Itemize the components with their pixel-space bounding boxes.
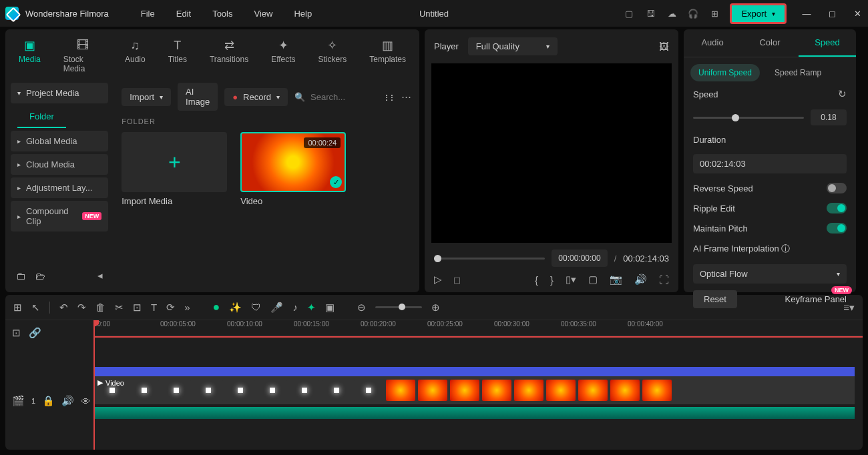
video-track-icon[interactable]: 🎬 xyxy=(12,395,25,407)
more-icon[interactable]: ⋯ xyxy=(401,91,411,103)
mute-icon[interactable]: 🔊 xyxy=(61,395,74,407)
grid-icon[interactable]: ⊞ xyxy=(13,302,22,314)
mark-out-icon[interactable]: } xyxy=(550,274,554,286)
sidebar-folder[interactable]: Folder xyxy=(17,106,66,128)
record-dropdown[interactable]: ●Record▾ xyxy=(224,88,288,106)
speed-value[interactable]: 0.18 xyxy=(811,109,847,125)
volume-icon[interactable]: 🔊 xyxy=(634,274,647,286)
headphones-icon[interactable]: 🎧 xyxy=(687,7,699,19)
menu-file[interactable]: File xyxy=(132,5,164,23)
tab-speed-props[interactable]: Speed xyxy=(799,29,856,57)
video-thumbnail[interactable]: 00:00:24 ✓ xyxy=(240,132,346,192)
cut-icon[interactable]: ✂ xyxy=(115,302,124,314)
tab-effects[interactable]: ✦Effects xyxy=(266,35,300,77)
zoom-slider[interactable] xyxy=(375,306,422,308)
tab-audio[interactable]: ♫Audio xyxy=(120,35,151,77)
reverse-speed-toggle[interactable] xyxy=(827,183,847,193)
tab-templates[interactable]: ▥Templates xyxy=(364,35,411,77)
maximize-button[interactable]: ◻ xyxy=(827,8,837,19)
tab-transitions[interactable]: ⇄Transitions xyxy=(204,35,254,77)
sidebar-global-media[interactable]: ▸Global Media xyxy=(11,131,108,151)
playhead[interactable] xyxy=(93,320,95,450)
subtab-speed-ramp[interactable]: Speed Ramp xyxy=(767,64,829,81)
lock-icon[interactable]: 🔒 xyxy=(42,395,55,407)
menu-tools[interactable]: Tools xyxy=(203,5,242,23)
folder-icon[interactable]: 🗁 xyxy=(35,270,45,282)
export-button[interactable]: Export ▾ xyxy=(730,3,787,24)
import-media-tile[interactable]: + xyxy=(122,132,227,192)
ai-image-button[interactable]: AI Image xyxy=(178,83,218,111)
scrub-bar[interactable] xyxy=(434,258,545,260)
timeline-ruler[interactable]: 00:00 00:00:05:00 00:00:10:00 00:00:15:0… xyxy=(93,320,863,336)
camera-icon[interactable]: 📷 xyxy=(610,274,622,286)
preview-canvas[interactable] xyxy=(431,63,672,243)
subtab-uniform-speed[interactable]: Uniform Speed xyxy=(690,64,760,81)
tab-media[interactable]: ▣Media xyxy=(13,35,46,77)
snapshot-icon[interactable]: 🖼 xyxy=(659,41,669,52)
speed-slider[interactable] xyxy=(693,117,804,119)
zoom-in-icon[interactable]: ⊕ xyxy=(431,302,440,314)
video-clip[interactable]: ▶ Video xyxy=(93,367,855,404)
fullscreen-icon[interactable]: ⛶ xyxy=(659,274,669,286)
info-icon[interactable]: ⓘ xyxy=(781,244,790,254)
tab-color-props[interactable]: Color xyxy=(741,29,799,57)
shield-icon[interactable]: 🛡 xyxy=(251,302,261,313)
sidebar-project-media[interactable]: ▾Project Media xyxy=(11,83,108,103)
cloud-icon[interactable]: ☁ xyxy=(666,7,678,19)
tab-audio-props[interactable]: Audio xyxy=(684,29,741,57)
close-button[interactable]: ✕ xyxy=(852,8,863,19)
reset-button[interactable]: Reset xyxy=(693,290,737,308)
text-icon[interactable]: T xyxy=(151,302,157,313)
keyframe-icon[interactable]: ▣ xyxy=(325,302,335,314)
visibility-icon[interactable]: 👁 xyxy=(81,396,91,407)
audio-waveform[interactable] xyxy=(93,407,855,419)
speed-icon[interactable]: ⟳ xyxy=(166,302,175,314)
zoom-out-icon[interactable]: ⊖ xyxy=(357,302,366,314)
delete-icon[interactable]: 🗑 xyxy=(95,302,105,313)
link-icon[interactable]: 🔗 xyxy=(29,327,41,339)
scrub-thumb[interactable] xyxy=(434,255,441,262)
mark-in-icon[interactable]: { xyxy=(535,274,538,286)
sparkle-icon[interactable]: ✨ xyxy=(229,302,242,314)
duration-input[interactable]: 00:02:14:03 xyxy=(693,154,847,173)
keyframe-panel-button[interactable]: NEW Keyframe Panel xyxy=(785,294,847,304)
new-folder-icon[interactable]: 🗀 xyxy=(16,270,26,282)
menu-view[interactable]: View xyxy=(244,5,282,23)
quality-dropdown[interactable]: Full Quality▾ xyxy=(468,37,558,55)
filter-icon[interactable]: ⫶⫶ xyxy=(384,91,395,103)
collapse-icon[interactable]: ◂ xyxy=(97,270,103,282)
sidebar-compound-clip[interactable]: ▸Compound ClipNEW xyxy=(11,201,108,232)
ai-icon[interactable]: ● xyxy=(213,300,220,314)
sidebar-adjustment-layer[interactable]: ▸Adjustment Lay... xyxy=(11,177,108,198)
apps-icon[interactable]: ⊞ xyxy=(708,7,720,19)
search-input[interactable] xyxy=(310,92,377,102)
tab-stock-media[interactable]: 🎞Stock Media xyxy=(58,35,107,77)
search-box[interactable]: 🔍 xyxy=(294,92,377,102)
maintain-pitch-toggle[interactable] xyxy=(827,223,847,234)
track-area[interactable]: ▶ Video xyxy=(93,336,863,450)
more-tools-icon[interactable]: » xyxy=(184,302,190,313)
display-icon[interactable]: ▢ xyxy=(588,274,598,286)
ai-interp-dropdown[interactable]: Optical Flow▾ xyxy=(693,264,847,284)
menu-help[interactable]: Help xyxy=(284,5,321,23)
cursor-icon[interactable]: ↖ xyxy=(31,302,40,314)
track-layout-icon[interactable]: ⊡ xyxy=(12,327,21,339)
marker-icon[interactable]: ✦ xyxy=(307,302,316,314)
minimize-button[interactable]: — xyxy=(801,8,812,19)
play-button[interactable]: ▷ xyxy=(434,274,442,286)
menu-edit[interactable]: Edit xyxy=(167,5,200,23)
stop-button[interactable]: □ xyxy=(454,274,460,286)
undo-icon[interactable]: ↶ xyxy=(59,302,68,314)
redo-icon[interactable]: ↷ xyxy=(77,302,86,314)
tab-stickers[interactable]: ✧Stickers xyxy=(313,35,353,77)
speed-slider-thumb[interactable] xyxy=(732,114,739,121)
sidebar-cloud-media[interactable]: ▸Cloud Media xyxy=(11,154,108,175)
music-icon[interactable]: ♪ xyxy=(292,302,298,313)
import-dropdown[interactable]: Import▾ xyxy=(122,88,171,106)
zoom-thumb[interactable] xyxy=(399,304,405,310)
aspect-icon[interactable]: ▯▾ xyxy=(566,274,576,286)
monitor-icon[interactable]: ▢ xyxy=(623,7,635,19)
mic-icon[interactable]: 🎤 xyxy=(270,302,283,314)
crop-icon[interactable]: ⊡ xyxy=(133,302,142,314)
reset-speed-icon[interactable]: ↻ xyxy=(838,88,847,100)
